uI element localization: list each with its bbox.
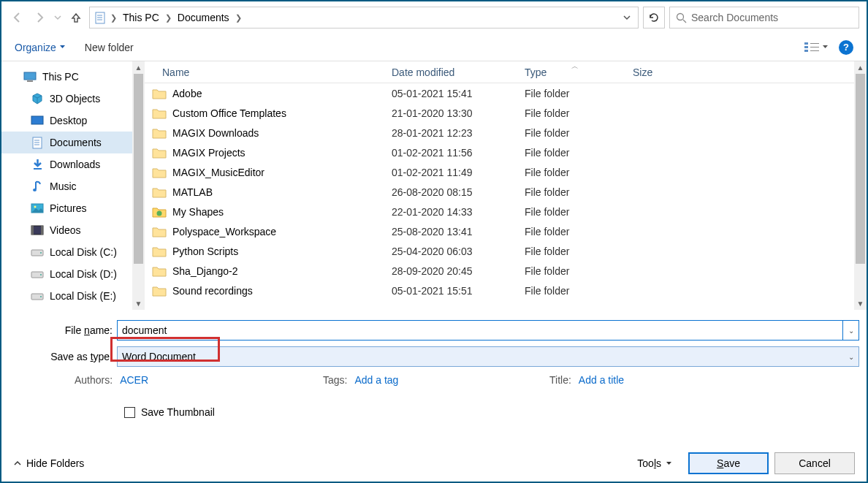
svg-rect-7 <box>804 46 808 48</box>
nav-toolbar: ❯ This PC ❯ Documents ❯ Search Documents <box>1 1 867 34</box>
folder-icon <box>152 167 167 178</box>
sidebar-label: 3D Objects <box>50 93 100 104</box>
music-icon <box>31 180 44 193</box>
sidebar-item-local-disk-e-[interactable]: Local Disk (E:) <box>1 285 145 307</box>
sidebar-item-local-disk-c-[interactable]: Local Disk (C:) <box>1 241 145 263</box>
forward-button[interactable] <box>31 9 48 26</box>
sidebar-scrollbar[interactable]: ▲ ▼ <box>132 61 145 310</box>
file-type: File folder <box>517 186 625 198</box>
authors-label: Authors: <box>75 374 113 386</box>
save-form: File name: ⌄ Save as type: Word Document… <box>1 310 867 418</box>
folder-icon <box>152 265 167 277</box>
file-list: Name Date modified Type︿ Size Adobe05-01… <box>145 61 867 310</box>
svg-point-27 <box>40 252 42 254</box>
file-date: 05-01-2021 15:41 <box>384 88 517 99</box>
file-type: File folder <box>517 246 625 257</box>
filename-input[interactable] <box>117 320 843 341</box>
pc-icon <box>23 70 37 83</box>
bottom-bar: Hide Folders Tools Save Cancel <box>0 444 868 483</box>
file-row[interactable]: MAGIX_MusicEditor01-02-2021 11:49File fo… <box>145 162 867 182</box>
hide-folders-label: Hide Folders <box>26 457 84 469</box>
header-date[interactable]: Date modified <box>384 66 517 78</box>
sort-arrow-icon: ︿ <box>571 61 579 72</box>
svg-rect-13 <box>27 80 33 82</box>
savetype-select[interactable]: Word Document ⌄ <box>117 346 859 367</box>
sidebar-item-local-disk-d-[interactable]: Local Disk (D:) <box>1 263 145 285</box>
back-button[interactable] <box>9 9 26 26</box>
file-type: File folder <box>517 265 625 277</box>
folder-icon <box>152 127 167 139</box>
address-dropdown[interactable] <box>620 14 633 21</box>
disk-icon <box>31 267 44 281</box>
recent-dropdown[interactable] <box>53 9 63 26</box>
sidebar-item-documents[interactable]: Documents <box>1 132 145 153</box>
svg-rect-25 <box>41 226 43 235</box>
header-size[interactable]: Size <box>625 66 698 78</box>
file-type: File folder <box>517 88 625 99</box>
tags-value[interactable]: Add a tag <box>354 374 398 386</box>
up-button[interactable] <box>67 9 85 26</box>
file-row[interactable]: MATLAB26-08-2020 08:15File folder <box>145 182 867 202</box>
file-row[interactable]: Custom Office Templates21-01-2020 13:30F… <box>145 103 867 123</box>
help-button[interactable]: ? <box>839 40 853 55</box>
sidebar-item-videos[interactable]: Videos <box>1 219 145 241</box>
sidebar-item-downloads[interactable]: Downloads <box>1 153 145 175</box>
file-row[interactable]: MAGIX Projects01-02-2021 11:56File folde… <box>145 142 867 162</box>
svg-point-29 <box>40 274 42 275</box>
file-row[interactable]: Adobe05-01-2021 15:41File folder <box>145 83 867 103</box>
sidebar-label: Local Disk (C:) <box>50 246 117 258</box>
sidebar-item-pictures[interactable]: Pictures <box>1 197 145 219</box>
file-name: MAGIX Downloads <box>172 127 259 139</box>
file-type: File folder <box>517 127 625 139</box>
save-button[interactable]: Save <box>688 452 769 474</box>
tools-menu[interactable]: Tools <box>637 457 682 469</box>
svg-rect-12 <box>24 72 36 80</box>
refresh-button[interactable] <box>643 7 665 28</box>
doc-icon <box>31 136 44 149</box>
file-row[interactable]: Python Scripts25-04-2020 06:03File folde… <box>145 241 867 261</box>
file-date: 25-04-2020 06:03 <box>384 246 517 257</box>
file-date: 26-08-2020 08:15 <box>384 186 517 198</box>
file-scrollbar[interactable]: ▲ ▼ <box>854 61 867 310</box>
file-type: File folder <box>517 226 625 237</box>
file-date: 01-02-2021 11:49 <box>384 167 517 178</box>
file-type: File folder <box>517 167 625 178</box>
search-input[interactable]: Search Documents <box>669 7 859 28</box>
view-options[interactable] <box>804 42 829 53</box>
hide-folders-button[interactable]: Hide Folders <box>13 457 84 469</box>
svg-line-5 <box>683 20 686 23</box>
header-name[interactable]: Name <box>145 66 384 78</box>
breadcrumb-folder[interactable]: Documents <box>176 12 231 23</box>
address-bar[interactable]: ❯ This PC ❯ Documents ❯ <box>89 7 639 28</box>
sidebar-label: Pictures <box>50 202 87 214</box>
file-name: MAGIX Projects <box>172 147 245 159</box>
file-row[interactable]: My Shapes22-01-2020 14:33File folder <box>145 202 867 221</box>
file-date: 25-08-2020 13:41 <box>384 226 517 237</box>
file-row[interactable]: Sha_Django-228-09-2020 20:45File folder <box>145 261 867 281</box>
header-type[interactable]: Type︿ <box>517 66 625 78</box>
new-folder-button[interactable]: New folder <box>85 42 134 53</box>
picture-icon <box>31 202 44 215</box>
folder-icon <box>152 285 167 297</box>
organize-menu[interactable]: Organize <box>15 42 66 53</box>
sidebar-item-3d-objects[interactable]: 3D Objects <box>1 88 145 110</box>
sidebar-item-music[interactable]: Music <box>1 175 145 197</box>
svg-rect-14 <box>31 116 43 124</box>
filename-dropdown[interactable]: ⌄ <box>843 320 859 341</box>
save-thumbnail-checkbox[interactable] <box>124 407 135 418</box>
search-icon <box>676 12 687 23</box>
chevron-up-icon <box>13 459 22 468</box>
file-type: File folder <box>517 285 625 297</box>
cancel-button[interactable]: Cancel <box>774 452 855 474</box>
file-row[interactable]: Polyspace_Workspace25-08-2020 13:41File … <box>145 221 867 241</box>
sidebar-item-this-pc[interactable]: This PC <box>1 66 145 88</box>
sidebar-label: This PC <box>42 71 79 83</box>
breadcrumb-root[interactable]: This PC <box>121 12 161 23</box>
authors-value[interactable]: ACER <box>120 374 148 386</box>
file-row[interactable]: MAGIX Downloads28-01-2021 12:23File fold… <box>145 123 867 142</box>
sidebar-item-desktop[interactable]: Desktop <box>1 110 145 132</box>
title-value[interactable]: Add a title <box>579 374 624 386</box>
3d-icon <box>31 92 44 105</box>
sidebar-label: Videos <box>50 224 81 236</box>
file-row[interactable]: Sound recordings05-01-2021 15:51File fol… <box>145 281 867 300</box>
